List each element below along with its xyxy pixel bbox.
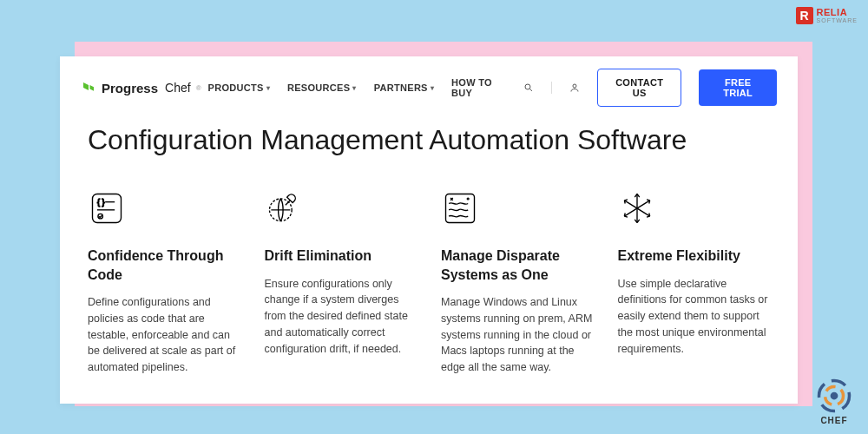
relia-sub: SOFTWARE [817, 17, 858, 23]
nav-products[interactable]: PRODUCTS▾ [208, 82, 270, 93]
progress-logo-icon [81, 80, 96, 95]
svg-rect-10 [446, 194, 475, 223]
contact-us-button[interactable]: CONTACT US [597, 69, 681, 107]
nav-partners[interactable]: PARTNERS▾ [374, 82, 434, 93]
feature-title: Confidence Through Code [88, 247, 240, 284]
relia-watermark: R RELIA SOFTWARE [796, 7, 858, 24]
screenshot-window: Progress Chef ® PRODUCTS▾ RESOURCES▾ PAR… [60, 56, 798, 404]
feature-drift: Drift Elimination Ensure configurations … [265, 189, 418, 376]
features-grid: { } Confidence Through Code Define confi… [60, 163, 798, 376]
globe-wrench-icon [265, 189, 303, 227]
feature-confidence: { } Confidence Through Code Define confi… [88, 189, 240, 376]
search-icon[interactable] [523, 82, 534, 94]
svg-point-11 [467, 198, 469, 200]
feature-desc: Define configurations and policies as co… [88, 294, 240, 376]
feature-title: Drift Elimination [265, 247, 418, 266]
logo-product: Chef [165, 81, 191, 95]
trademark-icon: ® [196, 84, 201, 92]
chef-logo-icon [816, 378, 852, 414]
nav-divider [551, 82, 552, 94]
free-trial-button[interactable]: FREE TRIAL [699, 69, 777, 106]
chef-watermark: CHEF [816, 378, 852, 425]
waves-icon [441, 189, 479, 227]
feature-desc: Use simple declarative definitions for c… [618, 276, 771, 358]
progress-chef-logo[interactable]: Progress Chef ® [81, 80, 201, 95]
code-checklist-icon: { } [88, 189, 126, 227]
svg-point-17 [831, 392, 838, 400]
chevron-down-icon: ▾ [431, 84, 434, 92]
user-icon[interactable] [569, 82, 580, 94]
chevron-down-icon: ▾ [266, 84, 270, 92]
feature-desc: Ensure configurations only change if a s… [265, 276, 418, 358]
main-nav: PRODUCTS▾ RESOURCES▾ PARTNERS▾ HOW TO BU… [208, 69, 777, 107]
relia-logo-mark: R [796, 7, 813, 24]
nav-how-to-buy[interactable]: HOW TO BUY [451, 77, 506, 98]
relia-brand: RELIA [817, 8, 858, 17]
feature-flexibility: Extreme Flexibility Use simple declarati… [618, 189, 771, 376]
nav-resources[interactable]: RESOURCES▾ [287, 82, 357, 93]
svg-point-2 [573, 84, 576, 88]
chef-logo-text: CHEF [820, 416, 847, 425]
page-title: Configuration Management Automation Soft… [60, 119, 798, 163]
feature-title: Manage Disparate Systems as One [441, 247, 594, 284]
svg-line-1 [530, 89, 532, 90]
feature-desc: Manage Windows and Linux systems running… [441, 294, 594, 376]
expand-arrows-icon [618, 189, 656, 227]
feature-title: Extreme Flexibility [618, 247, 771, 266]
logo-brand: Progress [102, 81, 158, 95]
svg-point-0 [525, 84, 530, 89]
site-header: Progress Chef ® PRODUCTS▾ RESOURCES▾ PAR… [60, 56, 798, 119]
chevron-down-icon: ▾ [352, 84, 356, 92]
feature-manage: Manage Disparate Systems as One Manage W… [441, 189, 594, 376]
svg-text:{ }: { } [97, 198, 105, 207]
